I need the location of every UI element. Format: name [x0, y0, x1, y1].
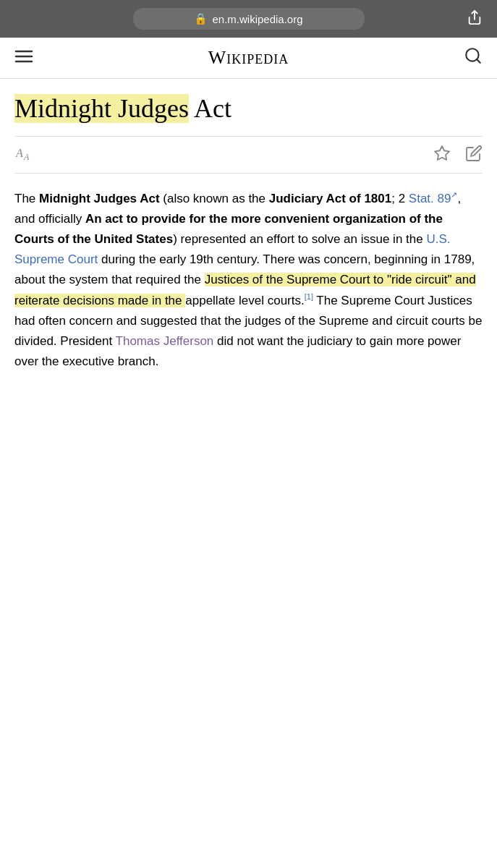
also-known-text: (also known as the — [160, 192, 269, 205]
appellate-text: appellate level courts. — [185, 294, 304, 307]
article-body: The Midnight Judges Act (also known as t… — [14, 188, 483, 372]
lock-icon: 🔒 — [194, 12, 208, 25]
represented-text: ) represented an effort to solve an issu… — [173, 232, 426, 246]
search-button[interactable] — [464, 46, 483, 69]
svg-text:A: A — [15, 147, 23, 159]
midnight-judges-act-bold: Midnight Judges Act — [39, 192, 160, 205]
language-button[interactable]: A A — [14, 144, 35, 166]
share-button[interactable] — [467, 9, 483, 29]
wikipedia-logo: Wikipedia — [208, 47, 289, 69]
thomas-jefferson-link[interactable]: Thomas Jefferson — [116, 334, 214, 348]
svg-text:A: A — [23, 152, 30, 161]
article-actions-bar: A A — [14, 136, 483, 174]
svg-line-5 — [477, 59, 480, 63]
url-bar[interactable]: 🔒 en.m.wikipedia.org — [133, 8, 365, 30]
stat-text: ; 2 — [391, 192, 409, 205]
intro-paragraph: The Midnight Judges Act (also known as t… — [14, 188, 483, 372]
browser-chrome: 🔒 en.m.wikipedia.org — [0, 0, 497, 38]
title-highlight: Midnight Judges — [14, 94, 189, 123]
article-content: Midnight Judges Act A A — [0, 79, 497, 412]
bookmark-button[interactable] — [433, 145, 451, 165]
judiciary-act-bold: Judiciary Act of 1801 — [269, 192, 391, 205]
url-text: en.m.wikipedia.org — [212, 13, 302, 25]
svg-marker-8 — [435, 146, 449, 160]
intro-text: The — [14, 192, 39, 205]
article-title: Midnight Judges Act — [14, 93, 483, 124]
wikipedia-header: Wikipedia — [0, 38, 497, 79]
stat-link[interactable]: Stat. 89↗ — [409, 192, 458, 205]
footnote-1[interactable]: [1] — [305, 292, 313, 301]
menu-button[interactable] — [14, 48, 33, 67]
edit-button[interactable] — [465, 145, 483, 165]
action-icons — [433, 145, 483, 165]
